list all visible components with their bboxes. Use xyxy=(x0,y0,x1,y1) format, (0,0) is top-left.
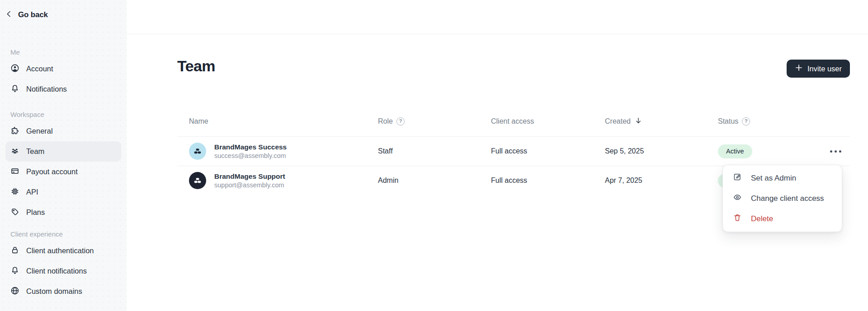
avatar xyxy=(189,143,206,160)
user-email: success@assembly.com xyxy=(214,152,287,159)
sidebar-item-account[interactable]: Account xyxy=(5,59,121,79)
section-label-workspace: Workspace xyxy=(0,108,127,121)
user-cell: BrandMages Success success@assembly.com xyxy=(177,143,378,160)
invite-user-button[interactable]: Invite user xyxy=(787,60,850,78)
sidebar-item-label: Team xyxy=(26,147,44,156)
sidebar-item-label: Plans xyxy=(26,208,45,217)
help-icon[interactable]: ? xyxy=(742,117,750,125)
sidebar-item-custom-domains[interactable]: Custom domains xyxy=(5,281,121,302)
menu-item-label: Delete xyxy=(751,214,773,223)
column-header-client-access: Client access xyxy=(491,117,605,125)
sidebar-item-payout-account[interactable]: Payout account xyxy=(5,162,121,182)
sidebar-section-client-experience: Client experience Client authentication xyxy=(0,228,127,302)
lock-icon xyxy=(10,246,19,256)
globe-icon xyxy=(10,286,19,297)
sidebar-item-api[interactable]: API xyxy=(5,182,121,202)
org-blocks-icon xyxy=(193,176,202,185)
user-cell: BrandMages Support support@assembly.com xyxy=(177,172,378,189)
column-header-name: Name xyxy=(177,117,378,125)
user-name: BrandMages Success xyxy=(214,143,287,151)
sidebar-item-label: Notifications xyxy=(26,85,67,93)
invite-user-label: Invite user xyxy=(807,65,842,73)
settings-sidebar: Go back Me Account xyxy=(0,0,127,311)
org-blocks-icon xyxy=(193,147,202,156)
sidebar-section-workspace: Workspace General xyxy=(0,108,127,223)
sidebar-item-notifications[interactable]: Notifications xyxy=(5,79,121,99)
sidebar-item-general[interactable]: General xyxy=(5,121,121,141)
sidebar-item-label: API xyxy=(26,188,38,196)
top-divider xyxy=(127,34,868,34)
created-cell: Apr 7, 2025 xyxy=(605,176,718,185)
column-header-status: Status ? xyxy=(718,117,819,125)
menu-item-label: Change client access xyxy=(751,194,824,203)
role-cell: Admin xyxy=(378,176,491,185)
team-icon xyxy=(10,146,19,157)
role-cell: Staff xyxy=(378,147,491,155)
status-cell: Active xyxy=(718,144,819,158)
tag-icon xyxy=(10,207,19,218)
avatar xyxy=(189,172,206,189)
client-access-cell: Full access xyxy=(491,176,605,185)
user-circle-icon xyxy=(10,64,19,74)
table-row: BrandMages Success success@assembly.com … xyxy=(177,136,850,166)
settings-page: Go back Me Account xyxy=(0,0,868,311)
plus-icon xyxy=(795,64,803,74)
section-label-me: Me xyxy=(0,46,127,59)
user-name: BrandMages Support xyxy=(214,172,285,181)
menu-item-set-as-admin[interactable]: Set as Admin xyxy=(723,168,842,188)
bell-icon xyxy=(10,266,19,277)
credit-card-icon xyxy=(10,167,19,177)
menu-item-change-client-access[interactable]: Change client access xyxy=(723,188,842,209)
row-context-menu: Set as Admin Change client access Delete xyxy=(722,165,842,232)
section-label-client-experience: Client experience xyxy=(0,228,127,241)
menu-item-label: Set as Admin xyxy=(751,174,796,183)
client-access-cell: Full access xyxy=(491,147,605,155)
sidebar-item-label: Custom domains xyxy=(26,287,82,296)
chip-icon xyxy=(10,187,19,198)
menu-item-delete[interactable]: Delete xyxy=(723,209,842,229)
go-back-label: Go back xyxy=(18,10,48,19)
row-actions-button[interactable] xyxy=(829,148,842,155)
created-cell: Sep 5, 2025 xyxy=(605,147,718,155)
sidebar-item-label: General xyxy=(26,127,53,135)
go-back-button[interactable]: Go back xyxy=(5,7,127,23)
sidebar-item-client-notifications[interactable]: Client notifications xyxy=(5,261,121,281)
sidebar-item-label: Client notifications xyxy=(26,267,87,275)
page-title: Team xyxy=(177,57,215,75)
column-header-role: Role ? xyxy=(378,117,491,125)
pencil-square-icon xyxy=(733,172,742,184)
sidebar-item-label: Account xyxy=(26,65,53,73)
sidebar-item-label: Payout account xyxy=(26,167,78,176)
chevron-left-icon xyxy=(5,9,14,20)
sidebar-item-team[interactable]: Team xyxy=(5,141,121,162)
sort-descending-icon[interactable] xyxy=(634,116,642,126)
sidebar-item-client-authentication[interactable]: Client authentication xyxy=(5,241,121,261)
actions-cell xyxy=(819,148,850,155)
eye-icon xyxy=(733,193,742,204)
sidebar-section-me: Me Account Notific xyxy=(0,46,127,99)
table-header-row: Name Role ? Client access Created Status xyxy=(177,106,850,136)
sidebar-item-plans[interactable]: Plans xyxy=(5,202,121,223)
column-header-created[interactable]: Created xyxy=(605,116,718,126)
sidebar-item-label: Client authentication xyxy=(26,246,94,255)
trash-icon xyxy=(733,213,742,224)
main-content: Team Invite user Name Role ? Client acce… xyxy=(127,0,868,311)
status-badge: Active xyxy=(718,144,752,158)
puzzle-icon xyxy=(10,126,19,137)
user-email: support@assembly.com xyxy=(214,181,285,189)
help-icon[interactable]: ? xyxy=(396,117,405,125)
bell-icon xyxy=(10,84,19,95)
